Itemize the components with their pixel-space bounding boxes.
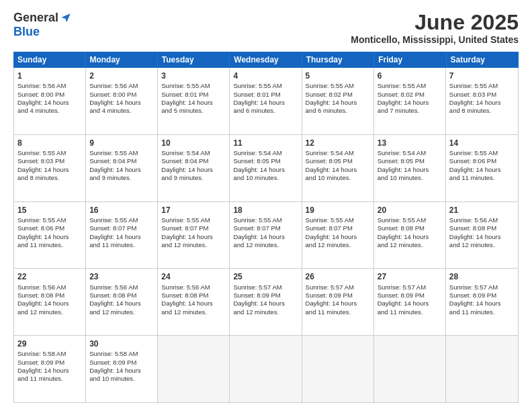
week-row-3: 15Sunrise: 5:55 AM Sunset: 8:06 PM Dayli… xyxy=(14,202,518,269)
day-cell-18: 18Sunrise: 5:55 AM Sunset: 8:07 PM Dayli… xyxy=(230,202,302,269)
day-cell-1: 1Sunrise: 5:56 AM Sunset: 8:00 PM Daylig… xyxy=(14,68,86,134)
header-day-tuesday: Tuesday xyxy=(158,52,230,68)
day-number: 9 xyxy=(89,138,154,148)
day-number: 27 xyxy=(378,271,442,282)
day-cell-16: 16Sunrise: 5:55 AM Sunset: 8:07 PM Dayli… xyxy=(86,202,158,269)
day-info: Sunrise: 5:55 AM Sunset: 8:08 PM Dayligh… xyxy=(378,216,442,249)
day-number: 24 xyxy=(161,271,226,282)
day-cell-25: 25Sunrise: 5:57 AM Sunset: 8:09 PM Dayli… xyxy=(230,269,302,335)
day-number: 26 xyxy=(306,271,370,282)
day-info: Sunrise: 5:55 AM Sunset: 8:03 PM Dayligh… xyxy=(449,82,515,115)
day-cell-19: 19Sunrise: 5:55 AM Sunset: 8:07 PM Dayli… xyxy=(302,202,374,269)
day-cell-23: 23Sunrise: 5:56 AM Sunset: 8:08 PM Dayli… xyxy=(86,269,158,335)
day-info: Sunrise: 5:57 AM Sunset: 8:09 PM Dayligh… xyxy=(306,283,370,316)
day-number: 22 xyxy=(17,271,82,282)
day-number: 25 xyxy=(233,271,298,282)
header-day-friday: Friday xyxy=(374,52,446,68)
day-cell-28: 28Sunrise: 5:57 AM Sunset: 8:09 PM Dayli… xyxy=(446,269,518,335)
day-number: 23 xyxy=(89,271,154,282)
week-row-2: 8Sunrise: 5:55 AM Sunset: 8:03 PM Daylig… xyxy=(14,135,518,202)
day-number: 2 xyxy=(89,71,154,81)
day-number: 3 xyxy=(161,71,226,81)
day-number: 29 xyxy=(17,338,82,349)
day-number: 20 xyxy=(378,205,442,216)
day-cell-22: 22Sunrise: 5:56 AM Sunset: 8:08 PM Dayli… xyxy=(14,269,86,335)
day-cell-11: 11Sunrise: 5:54 AM Sunset: 8:05 PM Dayli… xyxy=(230,135,302,201)
day-number: 12 xyxy=(306,138,370,148)
day-cell-13: 13Sunrise: 5:54 AM Sunset: 8:05 PM Dayli… xyxy=(374,135,446,201)
day-info: Sunrise: 5:57 AM Sunset: 8:09 PM Dayligh… xyxy=(378,283,442,316)
page: General Blue June 2025 Monticello, Missi… xyxy=(0,0,532,411)
day-info: Sunrise: 5:56 AM Sunset: 8:08 PM Dayligh… xyxy=(449,216,515,249)
calendar: SundayMondayTuesdayWednesdayThursdayFrid… xyxy=(13,52,519,403)
week-row-4: 22Sunrise: 5:56 AM Sunset: 8:08 PM Dayli… xyxy=(14,269,518,336)
day-cell-6: 6Sunrise: 5:55 AM Sunset: 8:02 PM Daylig… xyxy=(374,68,446,134)
header-day-monday: Monday xyxy=(85,52,157,68)
day-info: Sunrise: 5:56 AM Sunset: 8:00 PM Dayligh… xyxy=(89,82,154,115)
day-info: Sunrise: 5:54 AM Sunset: 8:04 PM Dayligh… xyxy=(161,149,226,182)
month-title: June 2025 xyxy=(351,11,519,34)
day-info: Sunrise: 5:57 AM Sunset: 8:09 PM Dayligh… xyxy=(233,283,298,316)
day-number: 16 xyxy=(89,205,154,216)
day-number: 19 xyxy=(306,205,370,216)
day-cell-14: 14Sunrise: 5:55 AM Sunset: 8:06 PM Dayli… xyxy=(446,135,518,201)
calendar-header: SundayMondayTuesdayWednesdayThursdayFrid… xyxy=(13,52,519,68)
day-info: Sunrise: 5:55 AM Sunset: 8:01 PM Dayligh… xyxy=(233,82,298,115)
day-info: Sunrise: 5:55 AM Sunset: 8:02 PM Dayligh… xyxy=(306,82,370,115)
day-info: Sunrise: 5:55 AM Sunset: 8:07 PM Dayligh… xyxy=(306,216,370,249)
day-cell-4: 4Sunrise: 5:55 AM Sunset: 8:01 PM Daylig… xyxy=(230,68,302,134)
day-cell-9: 9Sunrise: 5:55 AM Sunset: 8:04 PM Daylig… xyxy=(86,135,158,201)
day-number: 7 xyxy=(449,71,515,81)
day-info: Sunrise: 5:57 AM Sunset: 8:09 PM Dayligh… xyxy=(449,283,515,316)
location-title: Monticello, Mississippi, United States xyxy=(351,34,519,45)
day-info: Sunrise: 5:55 AM Sunset: 8:06 PM Dayligh… xyxy=(17,216,82,249)
day-number: 17 xyxy=(161,205,226,216)
day-cell-30: 30Sunrise: 5:58 AM Sunset: 8:09 PM Dayli… xyxy=(86,336,158,402)
day-cell-27: 27Sunrise: 5:57 AM Sunset: 8:09 PM Dayli… xyxy=(374,269,446,335)
empty-cell xyxy=(302,336,374,402)
day-info: Sunrise: 5:55 AM Sunset: 8:07 PM Dayligh… xyxy=(233,216,298,249)
day-info: Sunrise: 5:55 AM Sunset: 8:03 PM Dayligh… xyxy=(17,149,82,182)
day-number: 1 xyxy=(17,71,82,81)
logo-general-text: General xyxy=(13,11,58,25)
day-number: 28 xyxy=(449,271,515,282)
day-cell-29: 29Sunrise: 5:58 AM Sunset: 8:09 PM Dayli… xyxy=(14,336,86,402)
day-number: 13 xyxy=(378,138,442,148)
day-cell-15: 15Sunrise: 5:55 AM Sunset: 8:06 PM Dayli… xyxy=(14,202,86,269)
day-number: 8 xyxy=(17,138,82,148)
day-info: Sunrise: 5:54 AM Sunset: 8:05 PM Dayligh… xyxy=(306,149,370,182)
day-info: Sunrise: 5:58 AM Sunset: 8:09 PM Dayligh… xyxy=(89,350,154,383)
header-day-saturday: Saturday xyxy=(447,52,519,68)
day-number: 21 xyxy=(449,205,515,216)
day-info: Sunrise: 5:55 AM Sunset: 8:07 PM Dayligh… xyxy=(161,216,226,249)
day-cell-7: 7Sunrise: 5:55 AM Sunset: 8:03 PM Daylig… xyxy=(446,68,518,134)
day-cell-12: 12Sunrise: 5:54 AM Sunset: 8:05 PM Dayli… xyxy=(302,135,374,201)
day-number: 15 xyxy=(17,205,82,216)
header: General Blue June 2025 Monticello, Missi… xyxy=(13,11,519,45)
day-info: Sunrise: 5:56 AM Sunset: 8:00 PM Dayligh… xyxy=(17,82,82,115)
day-number: 14 xyxy=(449,138,515,148)
day-cell-5: 5Sunrise: 5:55 AM Sunset: 8:02 PM Daylig… xyxy=(302,68,374,134)
header-day-wednesday: Wednesday xyxy=(230,52,302,68)
day-info: Sunrise: 5:55 AM Sunset: 8:04 PM Dayligh… xyxy=(89,149,154,182)
logo: General Blue xyxy=(13,11,72,39)
empty-cell xyxy=(446,336,518,402)
empty-cell xyxy=(374,336,446,402)
day-cell-10: 10Sunrise: 5:54 AM Sunset: 8:04 PM Dayli… xyxy=(158,135,230,201)
header-day-sunday: Sunday xyxy=(13,52,85,68)
day-number: 4 xyxy=(233,71,298,81)
day-info: Sunrise: 5:56 AM Sunset: 8:08 PM Dayligh… xyxy=(161,283,226,316)
calendar-body: 1Sunrise: 5:56 AM Sunset: 8:00 PM Daylig… xyxy=(13,68,519,403)
empty-cell xyxy=(230,336,302,402)
day-info: Sunrise: 5:54 AM Sunset: 8:05 PM Dayligh… xyxy=(378,149,442,182)
week-row-1: 1Sunrise: 5:56 AM Sunset: 8:00 PM Daylig… xyxy=(14,68,518,135)
week-row-5: 29Sunrise: 5:58 AM Sunset: 8:09 PM Dayli… xyxy=(14,336,518,402)
day-info: Sunrise: 5:58 AM Sunset: 8:09 PM Dayligh… xyxy=(17,350,82,383)
title-block: June 2025 Monticello, Mississippi, Unite… xyxy=(351,11,519,45)
day-info: Sunrise: 5:55 AM Sunset: 8:02 PM Dayligh… xyxy=(378,82,442,115)
logo-bird-icon xyxy=(60,12,72,24)
header-day-thursday: Thursday xyxy=(302,52,374,68)
empty-cell xyxy=(158,336,230,402)
day-number: 6 xyxy=(378,71,442,81)
day-number: 30 xyxy=(89,338,154,349)
